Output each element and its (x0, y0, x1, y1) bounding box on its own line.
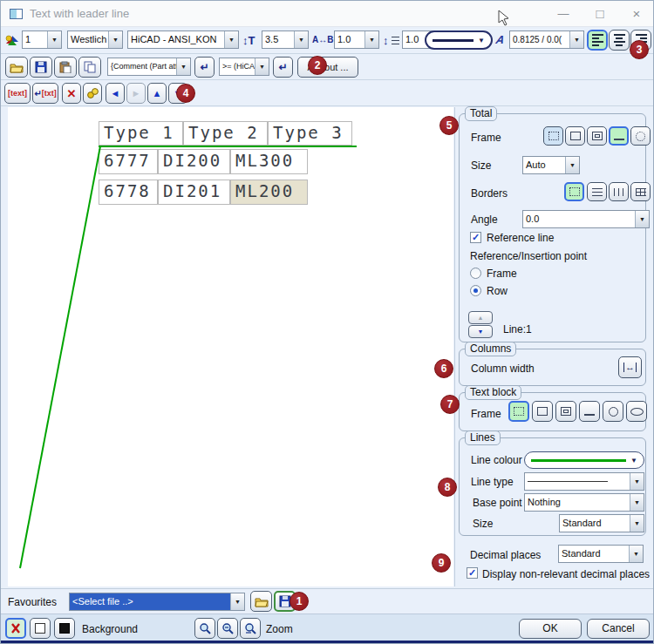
insert-condition-button[interactable]: ↵ (273, 57, 293, 78)
save-button[interactable] (30, 57, 52, 78)
frame-circle-button[interactable] (630, 126, 651, 146)
dropdown-arrow-icon[interactable] (364, 31, 378, 48)
points-button[interactable] (83, 83, 102, 104)
insert-comment-button[interactable]: ↵ (194, 57, 215, 78)
decimal-places-dropdown[interactable]: Standard (558, 545, 644, 563)
dropdown-arrow-icon[interactable] (108, 31, 122, 48)
line-colour-dropdown[interactable]: ▼ (524, 451, 644, 469)
enter-icon: ↵ (278, 61, 287, 73)
align-center-icon (614, 34, 625, 46)
background-none-button[interactable] (5, 618, 26, 639)
background-white-button[interactable] (30, 618, 51, 639)
angle-ratio-dropdown[interactable]: 0.8125 / 0.0( (509, 31, 584, 49)
previous-button[interactable]: ◄ (106, 83, 125, 104)
copy-button[interactable] (78, 57, 101, 78)
total-size-dropdown[interactable]: Auto (522, 156, 580, 174)
tb-frame-circle-button[interactable] (603, 401, 623, 422)
dotted-square-icon (514, 407, 524, 416)
lines-size-dropdown[interactable]: Standard (559, 514, 644, 532)
text-height-dropdown[interactable]: 3.5 (262, 31, 309, 49)
zoom-in-button[interactable] (194, 618, 215, 639)
line-colour-sample (531, 459, 626, 462)
ref-point-frame-radio[interactable] (470, 268, 481, 279)
dropdown-arrow-icon: ▼ (478, 37, 485, 44)
borders-horizontal-button[interactable] (587, 182, 607, 201)
minimize-button[interactable]: — (545, 1, 582, 27)
comment-attribute-dropdown[interactable]: {Comment (Part attribu (107, 58, 191, 76)
text-block-group-title: Text block (465, 385, 521, 400)
black-swatch-icon (59, 623, 70, 634)
grid-icon (636, 188, 646, 196)
colour-palette-icon[interactable] (4, 33, 20, 49)
frame-double-button[interactable] (587, 126, 607, 146)
close-button[interactable]: × (618, 1, 654, 27)
ok-button[interactable]: OK (519, 619, 582, 639)
dropdown-arrow-icon[interactable] (176, 58, 190, 75)
open-file-button[interactable] (5, 57, 28, 78)
spinner-down-button[interactable]: ▼ (468, 325, 493, 338)
frame-underline-button[interactable] (609, 126, 629, 146)
background-black-button[interactable] (54, 618, 75, 639)
borders-vertical-button[interactable] (609, 182, 629, 201)
move-up-button[interactable]: ▲ (147, 83, 167, 104)
condition-dropdown[interactable]: >= (HiCA (219, 58, 269, 76)
dialog-icon (10, 9, 23, 19)
borders-grid-button[interactable] (630, 182, 651, 201)
borders-none-button[interactable] (564, 182, 584, 201)
next-button-disabled: ► (126, 83, 146, 104)
column-width-button[interactable]: ↔ (618, 356, 642, 378)
layer-dropdown[interactable]: 1 (22, 31, 62, 49)
frame-none-button[interactable] (543, 126, 563, 146)
angle-dropdown[interactable]: 0.0 (522, 210, 650, 228)
edit-text-button[interactable]: [text] (4, 83, 31, 104)
base-point-dropdown[interactable]: Nothing (524, 493, 644, 512)
tb-frame-none-button[interactable] (508, 401, 529, 422)
favourites-dropdown[interactable]: <Select file ..> (69, 593, 245, 611)
window-bottom-edge (1, 641, 653, 644)
frame-square-button[interactable] (565, 126, 585, 146)
char-spacing-dropdown[interactable]: 1.0 (334, 31, 379, 49)
font-dropdown[interactable]: HiCAD - ANSI_KON (127, 31, 239, 49)
tb-frame-underline-button[interactable] (579, 401, 600, 422)
cancel-button[interactable]: Cancel (587, 619, 650, 639)
dropdown-arrow-icon[interactable] (565, 157, 579, 173)
tb-frame-double-button[interactable] (555, 401, 576, 422)
attribute-toolbar: {Comment (Part attribu ↵ >= (HiCA ↵ Attr… (1, 54, 653, 80)
reference-line-checkbox[interactable] (470, 232, 481, 243)
line-type-dropdown[interactable] (524, 472, 644, 491)
dropdown-arrow-icon[interactable] (569, 31, 583, 48)
dropdown-arrow-icon[interactable] (630, 515, 644, 532)
maximize-button[interactable]: □ (582, 1, 618, 27)
arrow-right-icon: ► (132, 88, 141, 98)
display-decimals-checkbox[interactable] (467, 567, 478, 579)
ref-point-row-radio[interactable] (470, 285, 481, 296)
paste-button[interactable] (54, 57, 77, 78)
align-center-button[interactable] (609, 30, 630, 51)
attribute-button[interactable]: Attribut ... (297, 57, 358, 78)
dropdown-arrow-icon[interactable] (47, 31, 61, 48)
zoom-fit-button[interactable] (240, 618, 261, 639)
dropdown-arrow-icon[interactable] (630, 473, 644, 490)
tb-frame-square-button[interactable] (532, 401, 553, 422)
dropdown-arrow-icon[interactable] (629, 546, 643, 562)
dropdown-arrow-icon[interactable] (255, 58, 269, 75)
delete-button[interactable]: ✕ (62, 83, 81, 104)
newline-text-button[interactable]: ↵ [txt] (32, 83, 58, 104)
dropdown-arrow-icon: ▼ (630, 457, 637, 464)
tb-frame-oval-button[interactable] (626, 401, 647, 422)
dropdown-arrow-icon[interactable] (294, 31, 308, 48)
dropdown-arrow-icon[interactable] (224, 31, 238, 48)
annotation-badge-2: 2 (308, 56, 327, 75)
dropdown-arrow-icon[interactable] (230, 593, 244, 610)
clipboard-paste-icon (59, 61, 72, 73)
line-style-dropdown[interactable]: ▼ (425, 31, 493, 50)
spinner-up-button[interactable]: ▲ (468, 311, 493, 324)
align-left-button[interactable] (587, 30, 608, 51)
preview-canvas: Type 1 Type 2 Type 3 6777 DI200 ML300 67… (8, 107, 453, 586)
dropdown-arrow-icon[interactable] (635, 211, 649, 227)
dropdown-arrow-icon[interactable] (630, 494, 644, 511)
favourites-open-button[interactable] (250, 591, 272, 612)
copy-pages-icon (84, 61, 96, 73)
direction-dropdown[interactable]: Westlich (67, 31, 123, 49)
zoom-out-button[interactable] (217, 618, 238, 639)
